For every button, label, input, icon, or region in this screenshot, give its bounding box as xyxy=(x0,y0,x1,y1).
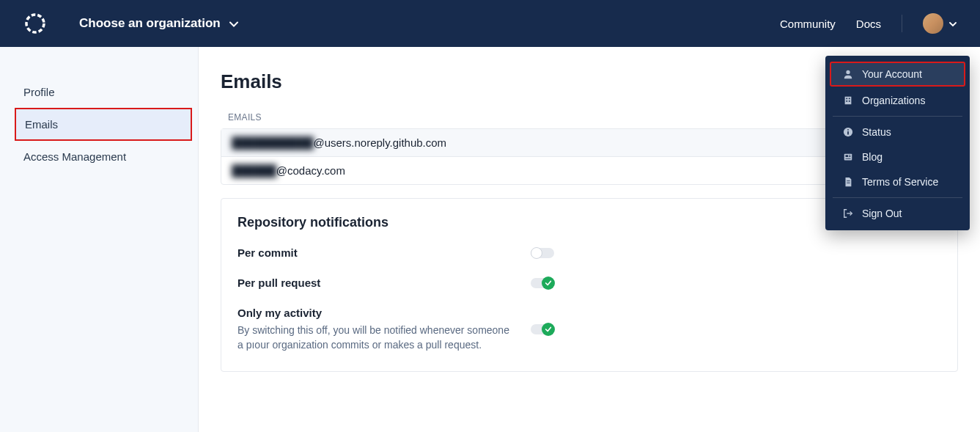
svg-rect-15 xyxy=(847,180,850,181)
docs-link[interactable]: Docs xyxy=(856,18,881,30)
svg-point-9 xyxy=(847,129,849,131)
email-domain: @users.noreply.github.com xyxy=(313,136,446,149)
sidebar-item-emails[interactable]: Emails xyxy=(15,108,192,141)
setting-label: Per pull request xyxy=(237,277,531,289)
signout-icon xyxy=(843,208,853,219)
avatar xyxy=(923,13,943,34)
building-icon xyxy=(843,95,853,106)
toggle-per-pull-request[interactable] xyxy=(531,277,554,289)
dropdown-divider xyxy=(833,197,962,198)
setting-per-pull-request: Per pull request xyxy=(237,277,941,289)
svg-point-0 xyxy=(26,15,44,32)
dropdown-item-status[interactable]: Status xyxy=(830,120,965,144)
community-link[interactable]: Community xyxy=(780,18,836,30)
header-right: Community Docs xyxy=(780,13,957,34)
chevron-down-icon xyxy=(229,16,238,31)
sidebar-item-profile[interactable]: Profile xyxy=(0,76,198,108)
dropdown-item-terms[interactable]: Terms of Service xyxy=(830,169,965,194)
dropdown-item-your-account[interactable]: Your Account xyxy=(830,62,965,87)
toggle-only-my-activity[interactable] xyxy=(531,323,554,335)
org-selector[interactable]: Choose an organization xyxy=(79,16,238,31)
chevron-down-icon xyxy=(949,17,957,30)
email-masked: ██████ xyxy=(232,164,276,177)
dropdown-label: Your Account xyxy=(862,68,922,80)
setting-description: By switching this off, you will be notif… xyxy=(237,323,516,352)
svg-rect-6 xyxy=(849,100,850,102)
newspaper-icon xyxy=(843,152,853,162)
dropdown-divider xyxy=(833,116,962,117)
svg-rect-3 xyxy=(846,98,847,100)
file-icon xyxy=(843,177,853,187)
dropdown-item-blog[interactable]: Blog xyxy=(830,144,965,169)
top-header: Choose an organization Community Docs xyxy=(0,0,980,47)
svg-rect-4 xyxy=(849,98,850,100)
svg-rect-13 xyxy=(849,156,851,157)
dropdown-label: Organizations xyxy=(862,95,925,106)
dropdown-label: Blog xyxy=(862,151,883,163)
codacy-logo-icon xyxy=(23,12,47,35)
dropdown-item-signout[interactable]: Sign Out xyxy=(830,201,965,226)
svg-rect-8 xyxy=(847,131,849,134)
check-icon xyxy=(542,277,555,290)
info-icon xyxy=(843,127,853,137)
dropdown-item-organizations[interactable]: Organizations xyxy=(830,88,965,113)
svg-rect-14 xyxy=(846,158,851,159)
setting-label: Only my activity xyxy=(237,307,531,319)
header-divider xyxy=(902,15,902,32)
toggle-per-commit[interactable] xyxy=(531,247,554,259)
svg-rect-2 xyxy=(845,97,852,105)
setting-per-commit: Per commit xyxy=(237,246,941,259)
user-menu-trigger[interactable] xyxy=(923,13,957,34)
email-masked: ███████████ xyxy=(232,136,313,149)
svg-rect-16 xyxy=(847,183,850,183)
user-dropdown: Your Account Organizations Status Blog T… xyxy=(825,56,970,230)
svg-rect-5 xyxy=(846,100,847,102)
org-selector-label: Choose an organization xyxy=(79,16,221,31)
svg-rect-11 xyxy=(846,155,849,157)
dropdown-label: Sign Out xyxy=(862,208,902,219)
setting-only-my-activity: Only my activity By switching this off, … xyxy=(237,307,941,352)
sidebar: Profile Emails Access Management xyxy=(0,47,199,432)
check-icon xyxy=(542,323,555,336)
setting-label: Per commit xyxy=(237,246,531,259)
svg-point-1 xyxy=(846,70,850,74)
sidebar-item-access-management[interactable]: Access Management xyxy=(0,141,198,172)
dropdown-label: Status xyxy=(862,126,891,138)
user-icon xyxy=(843,69,853,79)
svg-rect-12 xyxy=(849,155,851,155)
email-domain: @codacy.com xyxy=(276,164,345,177)
dropdown-label: Terms of Service xyxy=(862,176,938,188)
